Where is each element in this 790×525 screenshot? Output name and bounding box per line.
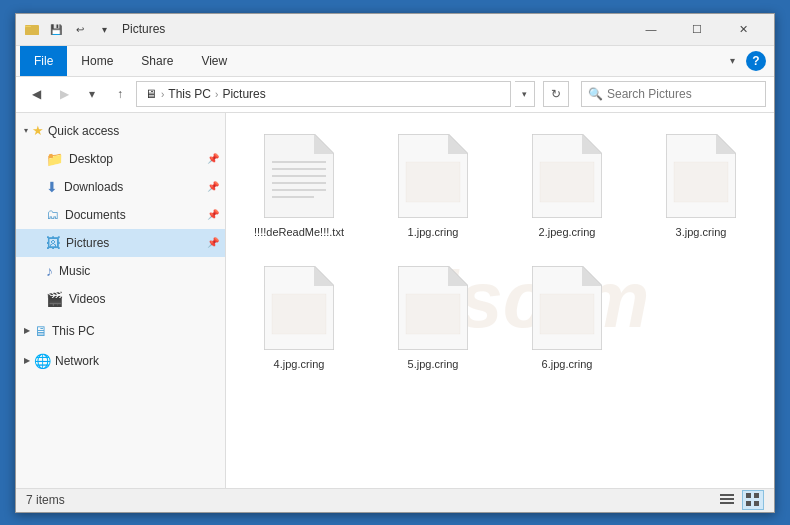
sidebar-item-label: Desktop bbox=[69, 152, 113, 166]
file-item[interactable]: 1.jpg.cring bbox=[370, 123, 496, 247]
file-name: 3.jpg.cring bbox=[676, 225, 727, 239]
ribbon-chevron-icon[interactable]: ▾ bbox=[722, 51, 742, 71]
music-icon: ♪ bbox=[46, 263, 53, 279]
svg-rect-34 bbox=[746, 501, 751, 506]
file-name: 2.jpeg.cring bbox=[539, 225, 596, 239]
minimize-button[interactable]: — bbox=[628, 13, 674, 45]
path-icon: 🖥 bbox=[145, 87, 157, 101]
file-name: 4.jpg.cring bbox=[274, 357, 325, 371]
path-segment-pictures[interactable]: Pictures bbox=[222, 87, 265, 101]
sidebar-section-thispc[interactable]: ▶ 🖥 This PC bbox=[16, 317, 225, 345]
tab-view[interactable]: View bbox=[187, 46, 241, 76]
path-segment-thispc[interactable]: This PC bbox=[168, 87, 211, 101]
tb-undo[interactable]: ↩ bbox=[70, 19, 90, 39]
search-box[interactable]: 🔍 bbox=[581, 81, 766, 107]
pin-icon: 📌 bbox=[207, 181, 219, 192]
svg-marker-15 bbox=[582, 134, 602, 154]
status-bar: 7 items bbox=[16, 488, 774, 512]
sidebar-item-downloads[interactable]: ⬇ Downloads 📌 bbox=[16, 173, 225, 201]
sidebar-item-videos[interactable]: 🎬 Videos bbox=[16, 285, 225, 313]
desktop-folder-icon: 📁 bbox=[46, 151, 63, 167]
tab-file[interactable]: File bbox=[20, 46, 67, 76]
close-button[interactable]: ✕ bbox=[720, 13, 766, 45]
sidebar-item-label: Pictures bbox=[66, 236, 109, 250]
file-area: jsc*m bbox=[226, 113, 774, 488]
network-icon: 🌐 bbox=[34, 353, 51, 369]
sidebar-section-network[interactable]: ▶ 🌐 Network bbox=[16, 347, 225, 375]
svg-rect-13 bbox=[406, 162, 460, 202]
tb-save[interactable]: 💾 bbox=[46, 19, 66, 39]
sidebar-item-desktop[interactable]: 📁 Desktop 📌 bbox=[16, 145, 225, 173]
main-content: ▾ ★ Quick access 📁 Desktop 📌 ⬇ Downloads… bbox=[16, 113, 774, 488]
dropdown-history-button[interactable]: ▾ bbox=[80, 82, 104, 106]
svg-rect-2 bbox=[25, 27, 39, 35]
sidebar-item-label: Videos bbox=[69, 292, 105, 306]
sidebar: ▾ ★ Quick access 📁 Desktop 📌 ⬇ Downloads… bbox=[16, 113, 226, 488]
thispc-label: This PC bbox=[52, 324, 95, 338]
file-item[interactable]: 6.jpg.cring bbox=[504, 255, 630, 379]
file-name: !!!!deReadMe!!!.txt bbox=[254, 225, 344, 239]
file-item[interactable]: 5.jpg.cring bbox=[370, 255, 496, 379]
file-item[interactable]: 2.jpeg.cring bbox=[504, 123, 630, 247]
pin-icon: 📌 bbox=[207, 209, 219, 220]
view-controls bbox=[716, 490, 764, 510]
file-item[interactable]: 4.jpg.cring bbox=[236, 255, 362, 379]
explorer-window: 💾 ↩ ▾ Pictures — ☐ ✕ File Home Share Vie… bbox=[15, 13, 775, 513]
tab-share[interactable]: Share bbox=[127, 46, 187, 76]
file-icon-6jpg bbox=[527, 263, 607, 353]
svg-marker-21 bbox=[314, 266, 334, 286]
icon-view-button[interactable] bbox=[742, 490, 764, 510]
tb-dropdown[interactable]: ▾ bbox=[94, 19, 114, 39]
svg-rect-28 bbox=[540, 294, 594, 334]
maximize-button[interactable]: ☐ bbox=[674, 13, 720, 45]
search-input[interactable] bbox=[607, 87, 759, 101]
title-bar: 💾 ↩ ▾ Pictures — ☐ ✕ bbox=[16, 14, 774, 46]
quick-access-toolbar: 💾 ↩ ▾ bbox=[46, 19, 114, 39]
sidebar-item-label: Music bbox=[59, 264, 90, 278]
svg-rect-29 bbox=[720, 494, 734, 496]
downloads-icon: ⬇ bbox=[46, 179, 58, 195]
file-name: 5.jpg.cring bbox=[408, 357, 459, 371]
svg-rect-32 bbox=[746, 493, 751, 498]
sidebar-item-label: Downloads bbox=[64, 180, 123, 194]
sidebar-item-documents[interactable]: 🗂 Documents 📌 bbox=[16, 201, 225, 229]
svg-marker-24 bbox=[448, 266, 468, 286]
up-button[interactable]: ↑ bbox=[108, 82, 132, 106]
collapse-icon: ▶ bbox=[24, 326, 30, 335]
sidebar-item-label: Documents bbox=[65, 208, 126, 222]
window-controls: — ☐ ✕ bbox=[628, 13, 766, 45]
address-path[interactable]: 🖥 › This PC › Pictures bbox=[136, 81, 511, 107]
sidebar-section-quick-access[interactable]: ▾ ★ Quick access bbox=[16, 117, 225, 145]
pictures-folder-icon: 🖼 bbox=[46, 235, 60, 251]
thispc-icon: 🖥 bbox=[34, 323, 48, 339]
svg-rect-33 bbox=[754, 493, 759, 498]
file-item[interactable]: 3.jpg.cring bbox=[638, 123, 764, 247]
title-bar-icon bbox=[24, 21, 40, 37]
collapse-icon: ▶ bbox=[24, 356, 30, 365]
ribbon-tabs: File Home Share View ▾ ? bbox=[16, 46, 774, 76]
svg-marker-12 bbox=[448, 134, 468, 154]
forward-button[interactable]: ▶ bbox=[52, 82, 76, 106]
file-icon-4jpg bbox=[259, 263, 339, 353]
quick-access-star-icon: ★ bbox=[32, 123, 44, 138]
file-icon-5jpg bbox=[393, 263, 473, 353]
file-name: 1.jpg.cring bbox=[408, 225, 459, 239]
file-icon-readmetxt bbox=[259, 131, 339, 221]
list-view-button[interactable] bbox=[716, 490, 738, 510]
svg-rect-22 bbox=[272, 294, 326, 334]
ribbon: File Home Share View ▾ ? bbox=[16, 46, 774, 77]
refresh-button[interactable]: ↻ bbox=[543, 81, 569, 107]
collapse-icon: ▾ bbox=[24, 126, 28, 135]
file-item[interactable]: !!!!deReadMe!!!.txt bbox=[236, 123, 362, 247]
help-button[interactable]: ? bbox=[746, 51, 766, 71]
file-icon-1jpg bbox=[393, 131, 473, 221]
documents-folder-icon: 🗂 bbox=[46, 207, 59, 222]
address-bar: ◀ ▶ ▾ ↑ 🖥 › This PC › Pictures ▾ ↻ 🔍 bbox=[16, 77, 774, 113]
back-button[interactable]: ◀ bbox=[24, 82, 48, 106]
sidebar-item-pictures[interactable]: 🖼 Pictures 📌 bbox=[16, 229, 225, 257]
ribbon-expand: ▾ ? bbox=[722, 51, 774, 71]
tab-home[interactable]: Home bbox=[67, 46, 127, 76]
sidebar-item-music[interactable]: ♪ Music bbox=[16, 257, 225, 285]
address-dropdown-button[interactable]: ▾ bbox=[515, 81, 535, 107]
file-name: 6.jpg.cring bbox=[542, 357, 593, 371]
